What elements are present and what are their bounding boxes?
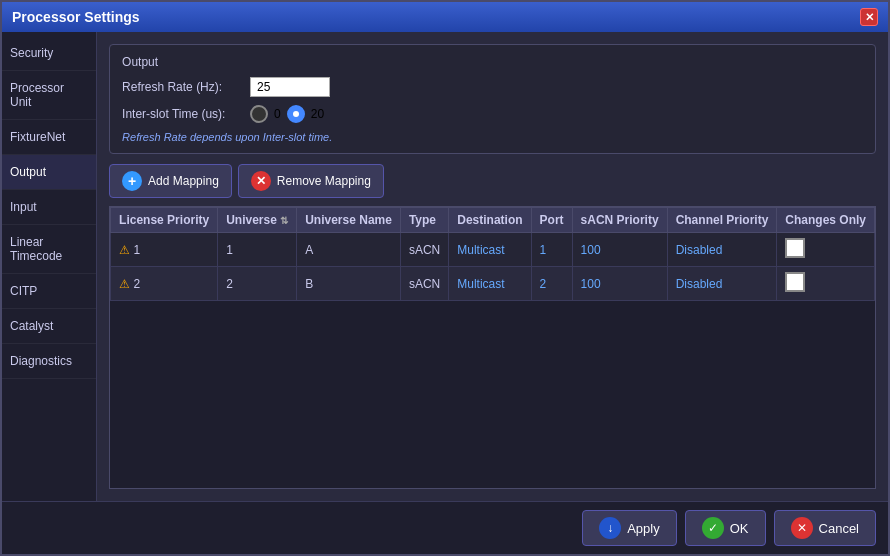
inter-slot-label: Inter-slot Time (us): [122, 107, 242, 121]
inter-slot-radio-group: 0 20 [250, 105, 324, 123]
inter-slot-row: Inter-slot Time (us): 0 20 [122, 105, 863, 123]
cell-destination-1: Multicast [449, 267, 531, 301]
inter-slot-value-20: 20 [311, 107, 324, 121]
mapping-table: License Priority Universe ⇅ Universe Nam… [110, 207, 875, 301]
cell-channel-priority-1: Disabled [667, 267, 777, 301]
output-section-title: Output [122, 55, 863, 69]
cell-type-1: sACN [400, 267, 448, 301]
table-row[interactable]: ⚠ 1 1 A sACN Multicast 1 100 Disabled [111, 233, 875, 267]
col-universe-name: Universe Name [297, 208, 401, 233]
warning-icon-0: ⚠ [119, 243, 130, 257]
apply-icon: ↓ [599, 517, 621, 539]
main-panel: Output Refresh Rate (Hz): Inter-slot Tim… [97, 32, 888, 501]
ok-icon: ✓ [702, 517, 724, 539]
remove-icon: ✕ [251, 171, 271, 191]
ok-label: OK [730, 521, 749, 536]
cancel-icon: ✕ [791, 517, 813, 539]
sidebar: Security Processor Unit FixtureNet Outpu… [2, 32, 97, 501]
cell-port-0: 1 [531, 233, 572, 267]
table-row[interactable]: ⚠ 2 2 B sACN Multicast 2 100 Disabled [111, 267, 875, 301]
cell-channel-priority-0: Disabled [667, 233, 777, 267]
license-priority-value-1: 2 [133, 277, 140, 291]
refresh-note: Refresh Rate depends upon Inter-slot tim… [122, 131, 863, 143]
sidebar-item-input[interactable]: Input [2, 190, 96, 225]
col-sacn-priority: sACN Priority [572, 208, 667, 233]
sidebar-item-processor-unit[interactable]: Processor Unit [2, 71, 96, 120]
cell-universe-0: 1 [218, 233, 297, 267]
sidebar-item-diagnostics[interactable]: Diagnostics [2, 344, 96, 379]
cell-port-1: 2 [531, 267, 572, 301]
warning-icon-1: ⚠ [119, 277, 130, 291]
cell-sacn-priority-0: 100 [572, 233, 667, 267]
sidebar-item-linear-timecode[interactable]: Linear Timecode [2, 225, 96, 274]
changes-only-checkbox-1[interactable] [785, 272, 805, 292]
cell-sacn-priority-1: 100 [572, 267, 667, 301]
col-channel-priority: Channel Priority [667, 208, 777, 233]
remove-mapping-button[interactable]: ✕ Remove Mapping [238, 164, 384, 198]
toolbar: + Add Mapping ✕ Remove Mapping [109, 164, 876, 198]
cell-universe-1: 2 [218, 267, 297, 301]
sidebar-item-catalyst[interactable]: Catalyst [2, 309, 96, 344]
license-priority-value-0: 1 [133, 243, 140, 257]
processor-settings-window: Processor Settings ✕ Security Processor … [0, 0, 890, 556]
refresh-rate-input[interactable] [250, 77, 330, 97]
table-body: ⚠ 1 1 A sACN Multicast 1 100 Disabled ⚠ … [111, 233, 875, 301]
mapping-table-container: License Priority Universe ⇅ Universe Nam… [109, 206, 876, 489]
col-license-priority: License Priority [111, 208, 218, 233]
inter-slot-radio-20[interactable] [287, 105, 305, 123]
col-destination: Destination [449, 208, 531, 233]
cell-destination-0: Multicast [449, 233, 531, 267]
inter-slot-value-0: 0 [274, 107, 281, 121]
output-section: Output Refresh Rate (Hz): Inter-slot Tim… [109, 44, 876, 154]
table-header-row: License Priority Universe ⇅ Universe Nam… [111, 208, 875, 233]
apply-label: Apply [627, 521, 660, 536]
cell-universe-name-0: A [297, 233, 401, 267]
content-area: Security Processor Unit FixtureNet Outpu… [2, 32, 888, 501]
title-bar: Processor Settings ✕ [2, 2, 888, 32]
cell-license-priority-0: ⚠ 1 [111, 233, 218, 267]
universe-sort-icon: ⇅ [280, 215, 288, 226]
apply-button[interactable]: ↓ Apply [582, 510, 677, 546]
col-changes-only: Changes Only [777, 208, 875, 233]
cell-type-0: sACN [400, 233, 448, 267]
remove-mapping-label: Remove Mapping [277, 174, 371, 188]
sidebar-item-fixturenet[interactable]: FixtureNet [2, 120, 96, 155]
cell-universe-name-1: B [297, 267, 401, 301]
sidebar-item-output[interactable]: Output [2, 155, 96, 190]
sidebar-item-security[interactable]: Security [2, 36, 96, 71]
add-icon: + [122, 171, 142, 191]
close-button[interactable]: ✕ [860, 8, 878, 26]
cell-changes-only-1 [777, 267, 875, 301]
footer: ↓ Apply ✓ OK ✕ Cancel [2, 501, 888, 554]
changes-only-checkbox-0[interactable] [785, 238, 805, 258]
window-title: Processor Settings [12, 9, 140, 25]
add-mapping-button[interactable]: + Add Mapping [109, 164, 232, 198]
col-port: Port [531, 208, 572, 233]
add-mapping-label: Add Mapping [148, 174, 219, 188]
cancel-label: Cancel [819, 521, 859, 536]
refresh-rate-label: Refresh Rate (Hz): [122, 80, 242, 94]
cell-changes-only-0 [777, 233, 875, 267]
sidebar-item-citp[interactable]: CITP [2, 274, 96, 309]
col-type: Type [400, 208, 448, 233]
ok-button[interactable]: ✓ OK [685, 510, 766, 546]
cancel-button[interactable]: ✕ Cancel [774, 510, 876, 546]
cell-license-priority-1: ⚠ 2 [111, 267, 218, 301]
inter-slot-radio-0[interactable] [250, 105, 268, 123]
col-universe[interactable]: Universe ⇅ [218, 208, 297, 233]
refresh-rate-row: Refresh Rate (Hz): [122, 77, 863, 97]
